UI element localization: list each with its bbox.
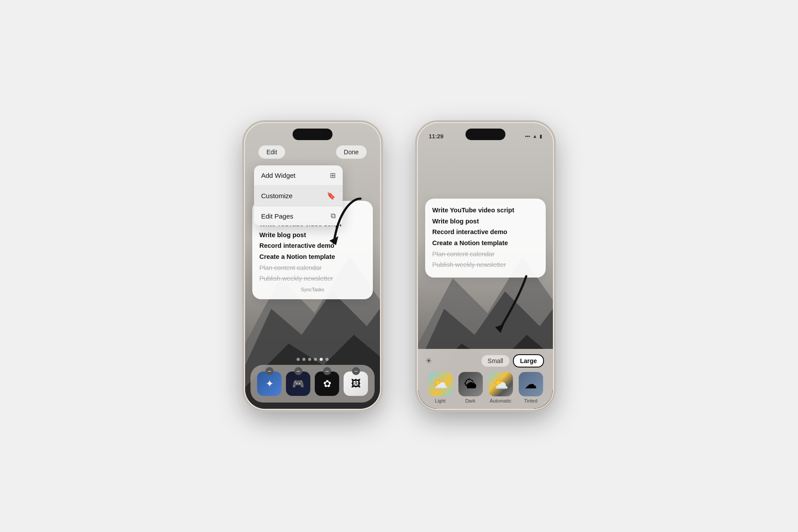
task-4: Create a Notion template — [259, 251, 366, 262]
dock-minus-2: − — [294, 367, 302, 375]
customize-icon: 🔖 — [327, 192, 336, 200]
style-light[interactable]: ⛅ Light — [428, 372, 453, 403]
task-p2-6: Publish weekly newsletter — [432, 259, 539, 270]
top-bar: Edit Done — [245, 145, 380, 159]
add-widget-icon: ⊞ — [330, 171, 336, 180]
tinted-style-icon: ☁ — [519, 372, 543, 396]
task-p2-4: Create a Notion template — [432, 238, 539, 249]
style-dark[interactable]: 🌥 Dark — [458, 372, 483, 403]
customize-label: Customize — [261, 192, 293, 200]
task-p2-1: Write YouTube video script — [432, 205, 539, 216]
dynamic-island-1 — [293, 129, 332, 140]
task-p2-2: Write blog post — [432, 216, 539, 227]
openai-app-icon: ✿ — [315, 372, 339, 396]
widget-card-2: Write YouTube video script Write blog po… — [425, 199, 546, 278]
dark-style-icon: 🌥 — [458, 372, 483, 396]
task-3: Record interactive demo — [259, 240, 366, 251]
dark-style-label: Dark — [465, 398, 475, 403]
dock-icon-shortcuts[interactable]: − ✦ — [257, 372, 282, 396]
light-style-label: Light — [435, 398, 446, 403]
task-p2-5: Plan content calendar — [432, 249, 539, 260]
style-automatic[interactable]: ⛅ Automatic — [489, 372, 513, 403]
status-icons: ▪▪▪ ▲ ▮ — [525, 133, 542, 139]
phone-2: 11:29 ▪▪▪ ▲ ▮ Write YouTube video script… — [417, 122, 554, 410]
dot-5 — [320, 358, 323, 361]
menu-add-widget[interactable]: Add Widget ⊞ — [254, 165, 343, 186]
task-5: Plan content calendar — [259, 262, 366, 274]
dock-icon-photos[interactable]: − 🖼 — [344, 372, 368, 396]
edit-button[interactable]: Edit — [258, 145, 285, 159]
auto-style-icon: ⛅ — [489, 372, 513, 396]
size-row: ☀ Small Large — [425, 354, 546, 368]
dock-minus-1: − — [266, 367, 274, 375]
edit-pages-icon: ⧉ — [331, 212, 336, 220]
photos-app-icon: 🖼 — [344, 372, 368, 396]
light-style-icon: ⛅ — [428, 372, 453, 396]
dot-6 — [325, 358, 329, 361]
large-size-button[interactable]: Large — [513, 354, 544, 368]
edit-pages-label: Edit Pages — [261, 212, 293, 220]
task-6: Publish weekly newsletter — [259, 273, 366, 284]
menu-edit-pages[interactable]: Edit Pages ⧉ — [254, 206, 343, 226]
phone-2-screen: 11:29 ▪▪▪ ▲ ▮ Write YouTube video script… — [418, 123, 553, 409]
style-options: ⛅ Light 🌥 Dark ⛅ Automatic — [425, 372, 546, 403]
phones-container: Edit Done Add Widget ⊞ Customize 🔖 Edit … — [244, 122, 554, 410]
widget-app-name: SyncTasks — [259, 287, 366, 292]
small-size-button[interactable]: Small — [481, 355, 509, 367]
task-2: Write blog post — [259, 230, 366, 241]
context-menu: Add Widget ⊞ Customize 🔖 Edit Pages ⧉ — [254, 165, 343, 226]
dot-1 — [297, 358, 300, 361]
wifi-icon: ▲ — [532, 133, 537, 139]
auto-style-label: Automatic — [490, 398, 512, 403]
tinted-style-label: Tinted — [524, 398, 537, 403]
page-dots — [245, 358, 380, 361]
dock-minus-4: − — [352, 367, 360, 375]
shortcuts-app-icon: ✦ — [257, 372, 282, 396]
style-tinted[interactable]: ☁ Tinted — [519, 372, 543, 403]
dynamic-island-2 — [466, 129, 505, 140]
task-p2-3: Record interactive demo — [432, 227, 539, 238]
done-button[interactable]: Done — [336, 145, 367, 159]
menu-customize[interactable]: Customize 🔖 — [254, 186, 343, 206]
dock-icon-openai[interactable]: − ✿ — [315, 372, 339, 396]
phone-1-screen: Edit Done Add Widget ⊞ Customize 🔖 Edit … — [245, 123, 380, 409]
dock-1: − ✦ − 🎮 − ✿ − — [250, 365, 375, 403]
phone-1: Edit Done Add Widget ⊞ Customize 🔖 Edit … — [244, 122, 381, 410]
dot-4 — [314, 358, 317, 361]
battery-icon: ▮ — [540, 133, 542, 139]
brightness-icon: ☀ — [425, 356, 432, 366]
status-time: 11:29 — [429, 133, 443, 140]
add-widget-label: Add Widget — [261, 172, 296, 179]
dot-2 — [302, 358, 305, 361]
arcade-app-icon: 🎮 — [286, 372, 310, 396]
widget-size-picker: ☀ Small Large ⛅ Light 🌥 — [418, 349, 553, 409]
dot-3 — [308, 358, 311, 361]
signal-icon: ▪▪▪ — [525, 133, 530, 139]
dock-minus-3: − — [323, 367, 331, 375]
dock-icon-arcade[interactable]: − 🎮 — [286, 372, 310, 396]
